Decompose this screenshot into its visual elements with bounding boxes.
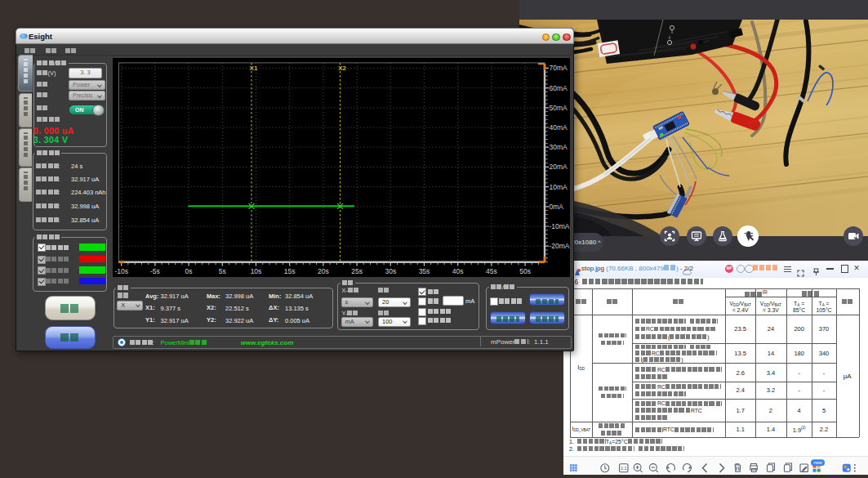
- svg-text:45s: 45s: [486, 267, 497, 275]
- svg-text:60mA: 60mA: [550, 84, 568, 92]
- svg-text:40s: 40s: [452, 267, 464, 275]
- svg-text:-10s: -10s: [114, 267, 128, 275]
- svg-text:10s: 10s: [251, 267, 262, 275]
- svg-text:50mA: 50mA: [550, 104, 568, 112]
- svg-text:0mA: 0mA: [550, 203, 564, 211]
- svg-text:70mA: 70mA: [550, 64, 568, 72]
- svg-text:1:1: 1:1: [621, 466, 627, 471]
- svg-text:-10mA: -10mA: [550, 222, 570, 230]
- svg-text:20mA: 20mA: [550, 163, 568, 171]
- svg-text:35s: 35s: [419, 267, 430, 275]
- svg-text:15s: 15s: [284, 267, 296, 275]
- svg-text:new: new: [813, 460, 822, 465]
- svg-text:X1: X1: [250, 65, 258, 72]
- svg-text:10mA: 10mA: [550, 183, 568, 191]
- svg-text:0s: 0s: [185, 267, 193, 275]
- svg-text:X2: X2: [338, 65, 346, 72]
- svg-text:30mA: 30mA: [550, 143, 568, 151]
- svg-text:-20mA: -20mA: [550, 242, 570, 250]
- svg-text:40mA: 40mA: [550, 123, 568, 132]
- svg-text:25s: 25s: [351, 267, 363, 275]
- svg-text:30s: 30s: [385, 267, 396, 275]
- svg-text:-5s: -5s: [150, 267, 160, 275]
- svg-text:20s: 20s: [318, 267, 329, 275]
- svg-text:5s: 5s: [219, 267, 226, 275]
- svg-text:50s: 50s: [519, 267, 531, 275]
